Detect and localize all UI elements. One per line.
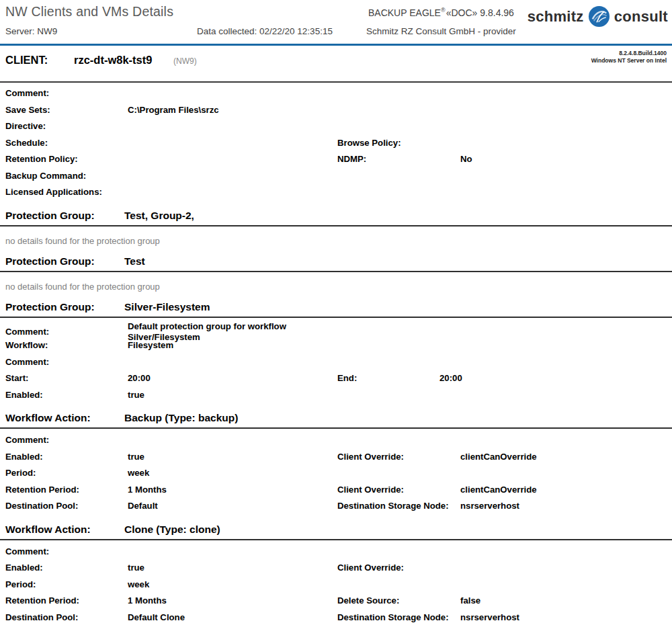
field-row: Comment: — [0, 354, 672, 371]
field-row: Retention Period:1 MonthsClient Override… — [0, 482, 672, 499]
field-label: Enabled: — [5, 390, 128, 401]
field-row: Licensed Applications: — [0, 184, 672, 201]
field-label: Schedule: — [5, 138, 128, 149]
product-edition-version: «DOC» 9.8.4.96 — [446, 7, 514, 18]
product-name: BACKUP EAGLE — [368, 7, 441, 18]
field-row: Period:week — [0, 465, 672, 482]
detail-body: Comment:Save Sets:C:\Program Files\srzcD… — [0, 83, 672, 623]
data-collected-label: Data collected: 02/22/20 12:35:15 — [197, 26, 333, 36]
section-heading-label: Protection Group: — [5, 209, 124, 222]
field-row: Destination Pool:Default CloneDestinatio… — [0, 610, 672, 623]
field-label: Destination Pool: — [5, 501, 128, 511]
field-value: 1 Months — [128, 595, 337, 606]
field-label: Workflow: — [5, 340, 128, 351]
section-heading-value: Backup (Type: backup) — [124, 411, 238, 424]
section-heading-label: Workflow Action: — [5, 523, 124, 536]
field-row: Directive: — [0, 118, 672, 135]
field-value: Default Clone — [128, 612, 337, 623]
field-value: nsrserverhost — [460, 501, 672, 511]
field-value: C:\Program Files\srzc — [128, 105, 337, 116]
field-label: Directive: — [5, 121, 128, 132]
client-label: CLIENT: — [5, 54, 48, 67]
field-value: nsrserverhost — [460, 612, 672, 623]
section-heading: Workflow Action:Clone (Type: clone) — [0, 523, 672, 536]
globe-swirl-icon — [588, 5, 610, 28]
product-version-label: BACKUP EAGLE® «DOC» 9.8.4.96 — [368, 7, 514, 18]
section-note: no details found for the protection grou… — [0, 282, 672, 292]
report-header: NW Clients and VMs Details Server: NW9 D… — [0, 0, 672, 44]
field-value: true — [128, 563, 337, 573]
field-label: Licensed Applications: — [5, 187, 128, 198]
section-heading-label: Workflow Action: — [5, 411, 124, 424]
field-row: Save Sets:C:\Program Files\srzc — [0, 102, 672, 119]
section-heading: Protection Group:Test — [0, 255, 672, 267]
field-label: Client Override: — [337, 452, 460, 462]
section-heading-value: Silver-Filesystem — [124, 300, 210, 313]
section-heading: Protection Group:Silver-Filesystem — [0, 300, 672, 313]
field-row: Enabled:true — [0, 387, 672, 404]
logo-text-left: schmitz — [528, 8, 584, 26]
field-label: Comment: — [5, 357, 128, 368]
field-row: Comment:Default protection group for wor… — [0, 321, 672, 338]
field-label: Destination Storage Node: — [337, 501, 460, 511]
spacer — [0, 226, 672, 230]
field-value: clientCanOverride — [460, 485, 672, 495]
field-value: clientCanOverride — [460, 452, 672, 462]
section-heading-label: Protection Group: — [5, 300, 124, 313]
field-row: Start:20:00End:20:00 — [0, 370, 672, 387]
section-heading: Protection Group:Test, Group-2, — [0, 209, 672, 222]
field-value: 20:00 — [439, 373, 672, 384]
field-value: true — [128, 390, 337, 401]
field-row: Comment: — [0, 85, 672, 102]
field-row: Comment: — [0, 432, 672, 449]
field-label: Client Override: — [337, 485, 460, 495]
field-label: Destination Storage Node: — [337, 612, 460, 623]
client-server-suffix: (NW9) — [173, 56, 197, 66]
field-value: true — [128, 452, 337, 462]
client-name: rzc-dt-w8k-tst9 — [74, 54, 152, 67]
field-value: week — [128, 468, 337, 479]
field-row: Enabled:trueClient Override:clientCanOve… — [0, 449, 672, 466]
registered-mark: ® — [441, 7, 446, 13]
field-row: Enabled:trueClient Override: — [0, 560, 672, 577]
section-note: no details found for the protection grou… — [0, 236, 672, 247]
field-label: Retention Period: — [5, 485, 128, 495]
provider-label: Schmitz RZ Consult GmbH - provider — [366, 26, 516, 36]
field-label: Comment: — [5, 327, 128, 337]
field-value: Default protection group for workflow Si… — [128, 321, 337, 343]
section-heading: Workflow Action:Backup (Type: backup) — [0, 411, 672, 424]
field-label: Browse Policy: — [337, 138, 460, 149]
field-label: Comment: — [5, 435, 128, 446]
field-label: Save Sets: — [5, 105, 128, 116]
field-label: End: — [337, 373, 439, 384]
field-row: Schedule:Browse Policy: — [0, 135, 672, 152]
client-header: CLIENT: rzc-dt-w8k-tst9 (NW9) 8.2.4.8.Bu… — [0, 46, 672, 81]
field-label: Retention Period: — [5, 595, 128, 606]
field-row: Period:week — [0, 577, 672, 593]
field-value: No — [460, 154, 672, 165]
field-label: Period: — [5, 579, 128, 590]
field-label: Comment: — [5, 88, 128, 99]
section-heading-label: Protection Group: — [5, 255, 124, 267]
spacer — [0, 272, 672, 276]
field-value: Default — [128, 501, 337, 511]
company-logo: schmitz consult — [528, 5, 668, 28]
field-value: week — [128, 579, 337, 590]
logo-text-right: consult — [614, 8, 668, 26]
field-label: Enabled: — [5, 452, 128, 462]
platform-label: Windows NT Server on Intel — [591, 57, 667, 65]
section-heading-value: Clone (Type: clone) — [124, 523, 220, 536]
field-label: Enabled: — [5, 563, 128, 573]
field-label: NDMP: — [337, 154, 460, 165]
field-row: Destination Pool:DefaultDestination Stor… — [0, 498, 672, 515]
field-label: Client Override: — [337, 563, 460, 573]
field-row: Workflow:Filesystem — [0, 337, 672, 354]
field-value: 20:00 — [128, 373, 337, 384]
build-version-label: 8.2.4.8.Build.1400 — [591, 50, 667, 57]
server-label: Server: NW9 — [5, 26, 57, 36]
field-label: Delete Source: — [337, 595, 460, 606]
field-label: Comment: — [5, 546, 128, 557]
field-row: Retention Policy:NDMP:No — [0, 151, 672, 168]
field-row: Comment: — [0, 544, 672, 560]
field-label: Start: — [5, 373, 128, 384]
